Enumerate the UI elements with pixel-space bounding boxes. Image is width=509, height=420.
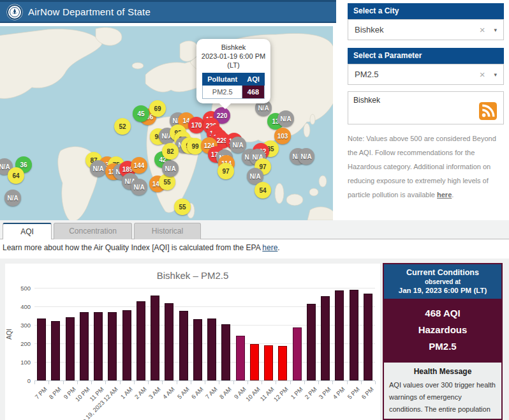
note-here-link[interactable]: here xyxy=(437,191,452,199)
chart-x-tickmark xyxy=(105,381,106,384)
tab-concentration[interactable]: Concentration xyxy=(54,223,132,239)
learn-more-here-link[interactable]: here xyxy=(262,243,277,252)
bottom-section: Bishkek – PM2.5 AQI 01002003004005007 PM… xyxy=(0,259,509,420)
select-parameter-header: Select a Parameter xyxy=(348,48,504,64)
chart-x-tickmark xyxy=(77,381,78,384)
tab-historical[interactable]: Historical xyxy=(134,223,201,239)
chart-x-label: 3 AM xyxy=(147,386,162,400)
aqi-bar[interactable] xyxy=(179,311,188,380)
aqi-marker[interactable]: 45 xyxy=(133,105,149,122)
tab-aqi[interactable]: AQI xyxy=(3,223,52,239)
chart-x-label: 6 AM xyxy=(190,386,205,400)
aqi-bar[interactable] xyxy=(293,327,302,380)
chart-x-label: 4 PM xyxy=(332,386,346,400)
rss-feed-icon[interactable] xyxy=(479,102,497,120)
popup-pollutant-value: PM2.5 xyxy=(203,86,242,99)
aqi-marker[interactable]: 52 xyxy=(114,118,131,135)
chart-y-tick: 100 xyxy=(10,359,31,366)
map-popup: Bishkek 2023-01-19 6:00 PM (LT) Pollutan… xyxy=(196,39,270,103)
aqi-marker[interactable]: 82 xyxy=(162,143,179,160)
aqi-marker[interactable]: 103 xyxy=(274,128,291,144)
aqi-bar[interactable] xyxy=(221,324,230,380)
aqi-bar[interactable] xyxy=(207,319,216,380)
chart-x-tickmark xyxy=(162,381,163,384)
chart-x-label: 3 PM xyxy=(317,386,332,400)
cc-aqi-block: 468 AQI Hazardous PM2.5 xyxy=(384,299,501,363)
aqi-bar[interactable] xyxy=(37,319,46,380)
feed-box: Bishkek xyxy=(348,91,504,124)
aqi-marker[interactable]: 97 xyxy=(218,163,234,179)
chart-x-tickmark xyxy=(262,381,262,384)
aqi-world-map[interactable]: N/A3664N/A8713575N/A131N/A189144N/AN/A14… xyxy=(0,26,333,220)
app-title: AirNow Department of State xyxy=(28,6,151,17)
popup-tip xyxy=(219,103,231,109)
chart-x-label: 10 AM xyxy=(244,386,262,403)
aqi-bar[interactable] xyxy=(108,312,117,380)
aqi-marker[interactable]: N/A xyxy=(277,110,294,127)
popup-timezone: (LT) xyxy=(200,61,267,70)
chart-y-tick: 500 xyxy=(10,285,31,292)
aqi-bar[interactable] xyxy=(307,304,316,380)
aqi-bar[interactable] xyxy=(66,317,75,380)
parameter-caret-down-icon[interactable]: ▾ xyxy=(494,71,497,78)
aqi-bar[interactable] xyxy=(80,312,89,380)
aqi-marker[interactable]: 69 xyxy=(149,100,166,117)
aqi-marker[interactable]: 54 xyxy=(255,182,271,199)
aqi-bar[interactable] xyxy=(122,310,131,380)
feed-city-label: Bishkek xyxy=(353,96,380,105)
chart-x-tickmark xyxy=(219,381,219,384)
chart-x-tickmark xyxy=(347,381,348,384)
chart-x-tickmark xyxy=(205,381,205,384)
parameter-select-value: PM2.5 xyxy=(355,70,379,79)
chart-x-label: 6 PM xyxy=(360,386,374,400)
chart-title: Bishkek – PM2.5 xyxy=(5,270,380,281)
chart-x-label: 11 AM xyxy=(259,386,276,402)
aqi-marker[interactable]: N/A xyxy=(162,160,179,177)
popup-aqi-value: 468 xyxy=(242,86,265,99)
chart-x-tickmark xyxy=(361,381,362,384)
aqi-marker[interactable]: 144 xyxy=(131,157,147,174)
aqi-bar[interactable] xyxy=(165,303,173,380)
select-city-header: Select a City xyxy=(348,3,504,19)
parameter-select[interactable]: PM2.5 × ▾ xyxy=(348,64,504,85)
city-select[interactable]: Bishkek × ▾ xyxy=(348,19,504,40)
aqi-marker[interactable]: N/A xyxy=(131,179,147,195)
aqi-bar[interactable] xyxy=(250,344,259,380)
chart-x-label: 1 AM xyxy=(119,386,133,400)
chart-y-tick: 400 xyxy=(10,303,31,310)
chart-x-label: 2 PM xyxy=(303,386,318,400)
popup-datetime: 2023-01-19 6:00 PM xyxy=(200,52,267,61)
cc-aqi-value: 468 AQI xyxy=(384,305,501,322)
popup-city: Bishkek xyxy=(200,43,267,52)
aqi-bar[interactable] xyxy=(236,336,245,380)
aqi-marker[interactable]: N/A xyxy=(90,160,107,177)
city-clear-icon[interactable]: × xyxy=(480,24,485,35)
chart-x-tickmark xyxy=(148,381,149,384)
aqi-bar[interactable] xyxy=(335,290,344,380)
city-caret-down-icon[interactable]: ▾ xyxy=(494,27,497,33)
aqi-bar[interactable] xyxy=(136,301,145,380)
aqi-bar[interactable] xyxy=(151,296,159,380)
chart-x-tickmark xyxy=(63,381,64,384)
learn-more-text: Learn more about how the Air Quality Ind… xyxy=(3,243,280,252)
chart-x-tickmark xyxy=(375,381,376,384)
tabs-strip: AQI Concentration Historical xyxy=(0,220,509,239)
chart-y-tick: 0 xyxy=(10,377,31,384)
aqi-bar[interactable] xyxy=(264,345,273,380)
aqi-bar[interactable] xyxy=(278,346,287,380)
aqi-bar[interactable] xyxy=(51,321,60,380)
chart-x-tickmark xyxy=(177,381,177,384)
aqi-marker[interactable]: 64 xyxy=(8,167,24,184)
aqi-bar[interactable] xyxy=(193,319,202,380)
parameter-clear-icon[interactable]: × xyxy=(480,69,485,80)
aqi-marker[interactable]: 55 xyxy=(174,199,191,215)
aqi-marker[interactable]: N/A xyxy=(4,190,21,206)
aqi-bar[interactable] xyxy=(350,290,358,380)
chart-x-label: 12 PM xyxy=(272,386,290,403)
aqi-marker[interactable]: N/A xyxy=(298,148,314,165)
cc-health-message: Health Message AQI values over 300 trigg… xyxy=(384,363,501,420)
aqi-bar[interactable] xyxy=(364,294,373,380)
chart-x-label: 7 AM xyxy=(204,386,219,400)
aqi-bar[interactable] xyxy=(94,312,103,380)
aqi-bar[interactable] xyxy=(321,296,330,380)
